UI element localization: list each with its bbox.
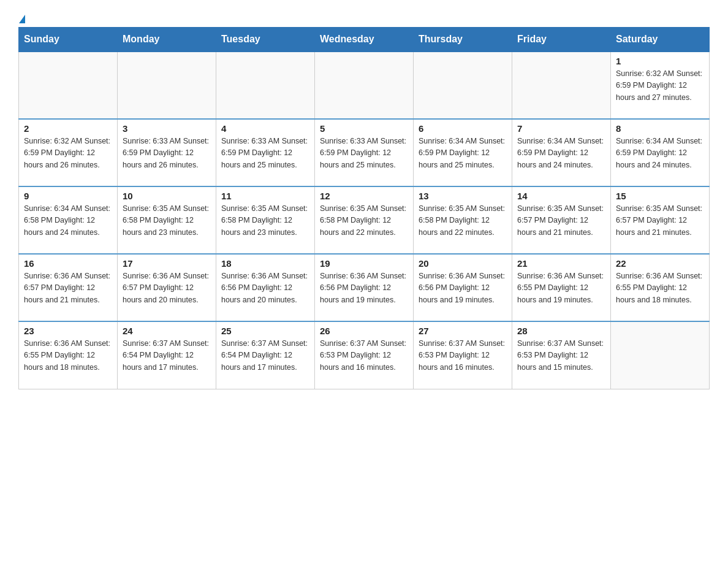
day-cell: 21Sunrise: 6:36 AM Sunset: 6:55 PM Dayli… [512,254,611,321]
day-cell: 14Sunrise: 6:35 AM Sunset: 6:57 PM Dayli… [512,186,611,254]
day-cell: 26Sunrise: 6:37 AM Sunset: 6:53 PM Dayli… [315,321,414,389]
day-cell: 10Sunrise: 6:35 AM Sunset: 6:58 PM Dayli… [118,186,216,254]
day-number: 9 [24,191,112,201]
day-info: Sunrise: 6:36 AM Sunset: 6:57 PM Dayligh… [24,270,112,306]
day-cell: 7Sunrise: 6:34 AM Sunset: 6:59 PM Daylig… [512,119,611,186]
day-number: 5 [320,123,408,134]
page-header [18,12,710,21]
day-cell: 5Sunrise: 6:33 AM Sunset: 6:59 PM Daylig… [315,119,414,186]
week-row-2: 2Sunrise: 6:32 AM Sunset: 6:59 PM Daylig… [19,119,710,186]
day-cell: 17Sunrise: 6:36 AM Sunset: 6:57 PM Dayli… [118,254,216,321]
day-cell: 19Sunrise: 6:36 AM Sunset: 6:56 PM Dayli… [315,254,414,321]
calendar-table: SundayMondayTuesdayWednesdayThursdayFrid… [18,27,710,389]
day-info: Sunrise: 6:35 AM Sunset: 6:57 PM Dayligh… [517,203,605,239]
day-number: 21 [517,258,605,269]
day-number: 25 [221,326,309,336]
logo [18,12,26,21]
day-info: Sunrise: 6:36 AM Sunset: 6:55 PM Dayligh… [616,270,704,306]
day-info: Sunrise: 6:36 AM Sunset: 6:56 PM Dayligh… [419,270,507,306]
day-number: 19 [320,258,408,269]
day-info: Sunrise: 6:34 AM Sunset: 6:59 PM Dayligh… [419,136,507,171]
day-cell: 4Sunrise: 6:33 AM Sunset: 6:59 PM Daylig… [216,119,315,186]
day-cell [216,52,315,119]
day-info: Sunrise: 6:37 AM Sunset: 6:54 PM Dayligh… [221,338,309,373]
logo-triangle-icon [19,15,25,23]
days-header-row: SundayMondayTuesdayWednesdayThursdayFrid… [19,28,710,52]
day-cell: 9Sunrise: 6:34 AM Sunset: 6:58 PM Daylig… [19,186,118,254]
day-info: Sunrise: 6:36 AM Sunset: 6:55 PM Dayligh… [24,338,112,373]
day-number: 18 [221,258,309,269]
day-info: Sunrise: 6:37 AM Sunset: 6:54 PM Dayligh… [123,338,211,373]
day-number: 6 [419,123,507,134]
day-cell: 1Sunrise: 6:32 AM Sunset: 6:59 PM Daylig… [611,52,710,119]
day-header-sunday: Sunday [19,28,118,52]
day-header-wednesday: Wednesday [315,28,414,52]
day-info: Sunrise: 6:35 AM Sunset: 6:58 PM Dayligh… [123,203,211,239]
day-header-monday: Monday [118,28,216,52]
day-cell [414,52,512,119]
day-number: 10 [123,191,211,201]
day-info: Sunrise: 6:37 AM Sunset: 6:53 PM Dayligh… [517,338,605,373]
day-info: Sunrise: 6:33 AM Sunset: 6:59 PM Dayligh… [320,136,408,171]
day-cell [611,321,710,389]
day-number: 22 [616,258,704,269]
day-info: Sunrise: 6:36 AM Sunset: 6:55 PM Dayligh… [517,270,605,306]
day-number: 20 [419,258,507,269]
day-number: 17 [123,258,211,269]
day-cell: 24Sunrise: 6:37 AM Sunset: 6:54 PM Dayli… [118,321,216,389]
day-number: 28 [517,326,605,336]
day-header-friday: Friday [512,28,611,52]
day-info: Sunrise: 6:32 AM Sunset: 6:59 PM Dayligh… [616,68,704,104]
day-cell: 3Sunrise: 6:33 AM Sunset: 6:59 PM Daylig… [118,119,216,186]
day-number: 15 [616,191,704,201]
day-info: Sunrise: 6:34 AM Sunset: 6:58 PM Dayligh… [24,203,112,239]
day-info: Sunrise: 6:35 AM Sunset: 6:58 PM Dayligh… [320,203,408,239]
day-info: Sunrise: 6:34 AM Sunset: 6:59 PM Dayligh… [616,136,704,171]
day-cell: 11Sunrise: 6:35 AM Sunset: 6:58 PM Dayli… [216,186,315,254]
day-info: Sunrise: 6:35 AM Sunset: 6:58 PM Dayligh… [221,203,309,239]
day-cell: 18Sunrise: 6:36 AM Sunset: 6:56 PM Dayli… [216,254,315,321]
day-cell: 12Sunrise: 6:35 AM Sunset: 6:58 PM Dayli… [315,186,414,254]
day-number: 14 [517,191,605,201]
day-number: 23 [24,326,112,336]
day-number: 27 [419,326,507,336]
day-cell: 6Sunrise: 6:34 AM Sunset: 6:59 PM Daylig… [414,119,512,186]
day-number: 3 [123,123,211,134]
day-cell: 2Sunrise: 6:32 AM Sunset: 6:59 PM Daylig… [19,119,118,186]
day-header-thursday: Thursday [414,28,512,52]
day-cell: 16Sunrise: 6:36 AM Sunset: 6:57 PM Dayli… [19,254,118,321]
day-cell: 15Sunrise: 6:35 AM Sunset: 6:57 PM Dayli… [611,186,710,254]
day-number: 26 [320,326,408,336]
day-info: Sunrise: 6:34 AM Sunset: 6:59 PM Dayligh… [517,136,605,171]
day-number: 1 [616,56,704,66]
day-number: 13 [419,191,507,201]
day-cell: 8Sunrise: 6:34 AM Sunset: 6:59 PM Daylig… [611,119,710,186]
day-info: Sunrise: 6:37 AM Sunset: 6:53 PM Dayligh… [419,338,507,373]
day-info: Sunrise: 6:33 AM Sunset: 6:59 PM Dayligh… [221,136,309,171]
day-cell [118,52,216,119]
day-number: 4 [221,123,309,134]
week-row-4: 16Sunrise: 6:36 AM Sunset: 6:57 PM Dayli… [19,254,710,321]
day-cell: 22Sunrise: 6:36 AM Sunset: 6:55 PM Dayli… [611,254,710,321]
day-info: Sunrise: 6:36 AM Sunset: 6:56 PM Dayligh… [221,270,309,306]
day-cell [315,52,414,119]
day-info: Sunrise: 6:32 AM Sunset: 6:59 PM Dayligh… [24,136,112,171]
day-number: 12 [320,191,408,201]
day-number: 16 [24,258,112,269]
day-number: 2 [24,123,112,134]
week-row-5: 23Sunrise: 6:36 AM Sunset: 6:55 PM Dayli… [19,321,710,389]
day-info: Sunrise: 6:36 AM Sunset: 6:56 PM Dayligh… [320,270,408,306]
day-info: Sunrise: 6:33 AM Sunset: 6:59 PM Dayligh… [123,136,211,171]
day-cell: 20Sunrise: 6:36 AM Sunset: 6:56 PM Dayli… [414,254,512,321]
day-header-saturday: Saturday [611,28,710,52]
week-row-1: 1Sunrise: 6:32 AM Sunset: 6:59 PM Daylig… [19,52,710,119]
day-info: Sunrise: 6:36 AM Sunset: 6:57 PM Dayligh… [123,270,211,306]
day-header-tuesday: Tuesday [216,28,315,52]
day-cell: 25Sunrise: 6:37 AM Sunset: 6:54 PM Dayli… [216,321,315,389]
day-number: 24 [123,326,211,336]
week-row-3: 9Sunrise: 6:34 AM Sunset: 6:58 PM Daylig… [19,186,710,254]
day-number: 8 [616,123,704,134]
day-cell [19,52,118,119]
day-cell: 28Sunrise: 6:37 AM Sunset: 6:53 PM Dayli… [512,321,611,389]
day-info: Sunrise: 6:37 AM Sunset: 6:53 PM Dayligh… [320,338,408,373]
